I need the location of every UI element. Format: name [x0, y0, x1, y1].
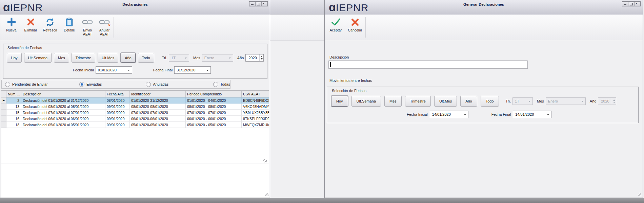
- fecha-row: Fecha Inicial 14/01/2020 Fecha Final 14/…: [327, 111, 638, 118]
- preset-mes-button[interactable]: Mes: [54, 53, 69, 63]
- preset-todo-button[interactable]: Todo: [481, 96, 499, 107]
- preset-ult-semana-button[interactable]: Ult.Semana: [24, 53, 52, 63]
- descripcion-input[interactable]: [328, 61, 528, 69]
- mes-label: Mes: [193, 56, 200, 60]
- spinner-arrows[interactable]: [259, 54, 263, 61]
- link-icon: [82, 16, 93, 28]
- ano-value: 2020: [598, 99, 612, 103]
- spin-down-icon: [261, 58, 263, 60]
- preset-trimestre-button[interactable]: Trimestre: [405, 96, 431, 107]
- spin-up-icon: [613, 99, 615, 101]
- preset-trimestre-button[interactable]: Trimestre: [72, 53, 95, 63]
- preset-todo-button[interactable]: Todo: [138, 53, 154, 63]
- ano-spinner[interactable]: 2020: [598, 97, 616, 105]
- nueva-button[interactable]: Nueva: [2, 15, 21, 40]
- bottom-edge: [0, 198, 644, 203]
- resize-grip[interactable]: [638, 193, 641, 196]
- spinner-arrows[interactable]: [612, 98, 616, 105]
- table-row[interactable]: ▶ 2 Declaración del 01/01/2020 al 31/12/…: [1, 97, 269, 104]
- preset-hoy-button[interactable]: Hoy: [7, 53, 22, 63]
- background-strip: [270, 0, 324, 198]
- radio-icon: [5, 82, 10, 87]
- toolbar-separator: [365, 17, 366, 38]
- window-generar-declaraciones: ɑIEPNR Generar Declaraciones × Aceptar C…: [324, 0, 643, 198]
- preset-ano-button[interactable]: Año: [460, 96, 477, 107]
- anular-aeat-button[interactable]: × Anular AEAT: [96, 15, 113, 40]
- mes-value: Enero: [548, 99, 558, 103]
- chevron-down-icon: [464, 114, 466, 115]
- window-controls: ×: [249, 1, 268, 6]
- descripcion-label: Descripción: [329, 55, 349, 59]
- col-descripcion[interactable]: Descripción: [21, 91, 105, 97]
- minimize-icon: [624, 4, 626, 5]
- fecha-final-select[interactable]: 14/01/2020: [513, 111, 551, 118]
- chevron-down-icon: [185, 58, 187, 59]
- fecha-final-select[interactable]: 31/12/2020: [174, 66, 211, 74]
- eliminar-label: Eliminar: [24, 28, 37, 32]
- envio-aeat-label: Envio AEAT: [79, 28, 96, 36]
- trimestre-select[interactable]: 1T: [169, 54, 189, 62]
- minimize-button[interactable]: [622, 2, 628, 6]
- window-title: Declaraciones: [0, 2, 270, 6]
- detalle-button[interactable]: Detalle: [60, 15, 79, 40]
- chevron-down-icon: [206, 70, 208, 71]
- fecha-final-label: Fecha Final: [153, 68, 173, 72]
- maximize-icon: [257, 3, 260, 5]
- fecha-final-value: 31/12/2020: [177, 68, 195, 72]
- table-row[interactable]: 16 Declaración del 06/01/2020 al 06/01/2…: [1, 116, 269, 122]
- chevron-down-icon: [128, 70, 130, 71]
- link-broken-icon: ×: [99, 16, 110, 28]
- preset-ano-button[interactable]: Año: [121, 53, 136, 63]
- maximize-button[interactable]: [255, 2, 261, 6]
- preset-mes-button[interactable]: Mes: [384, 96, 402, 107]
- resize-grip[interactable]: [265, 193, 268, 196]
- refresca-button[interactable]: Refresca: [40, 15, 60, 40]
- anular-aeat-label: Anular AEAT: [96, 28, 113, 36]
- preset-ult-mes-button[interactable]: Ult.Mes: [434, 96, 457, 107]
- filter-enviadas[interactable]: Enviadas: [79, 82, 146, 87]
- envio-aeat-button[interactable]: Envio AEAT: [79, 15, 96, 40]
- panel-divider: [1, 163, 269, 163]
- date-preset-row: Hoy Ult.Semana Mes Trimestre Ult.Mes Año…: [7, 53, 265, 63]
- filter-anuladas[interactable]: Anuladas: [146, 82, 213, 87]
- cancelar-button[interactable]: Cancelar: [345, 15, 365, 40]
- toolbar: Aceptar Cancelar: [325, 15, 643, 40]
- fecha-inicial-select[interactable]: 01/01/2020: [96, 66, 132, 74]
- col-csv-aeat[interactable]: CSV AEAT: [242, 91, 269, 97]
- delete-x-icon: [27, 16, 35, 28]
- fecha-inicial-value: 14/01/2020: [432, 112, 451, 116]
- mes-value: Enero: [204, 56, 214, 60]
- table-row[interactable]: 18 Declaración del 05/01/2020 al 05/01/2…: [1, 122, 269, 128]
- cancel-x-icon: [351, 16, 359, 28]
- eliminar-button[interactable]: Eliminar: [21, 15, 40, 40]
- filter-pendientes[interactable]: Pendientes de Enviar: [5, 82, 79, 87]
- mes-select[interactable]: Enero: [202, 54, 233, 62]
- mes-select[interactable]: Enero: [546, 97, 586, 105]
- toolbar-separator: [114, 17, 114, 38]
- cancelar-label: Cancelar: [348, 28, 362, 32]
- ano-spinner[interactable]: 2020: [245, 54, 264, 62]
- trimestre-select[interactable]: 1T: [512, 97, 533, 105]
- screen: ɑIEPNR Declaraciones × Nueva Eliminar: [0, 0, 644, 203]
- content-area: Descripción Movimientos entre fechas Sel…: [325, 40, 643, 198]
- resize-grip[interactable]: [263, 159, 267, 162]
- preset-hoy-button[interactable]: Hoy: [331, 96, 348, 107]
- group-label: Selección de Fechas: [332, 89, 366, 93]
- seleccion-de-fechas-group: Selección de Fechas Hoy Ult.Semana Mes T…: [327, 87, 639, 123]
- close-button[interactable]: ×: [634, 2, 640, 6]
- preset-ult-semana-button[interactable]: Ult.Semana: [351, 96, 381, 107]
- preset-ult-mes-button[interactable]: Ult.Mes: [98, 53, 118, 63]
- table-row[interactable]: 13 Declaración del 08/01/2020 al 08/01/2…: [1, 104, 269, 110]
- fecha-inicial-select[interactable]: 14/01/2020: [430, 111, 468, 118]
- table-row[interactable]: 15 Declaración del 07/01/2020 al 07/01/2…: [1, 110, 269, 116]
- aceptar-button[interactable]: Aceptar: [326, 15, 345, 40]
- trimestre-value: 1T: [171, 56, 176, 60]
- close-button[interactable]: ×: [261, 2, 267, 6]
- maximize-button[interactable]: [628, 2, 634, 6]
- col-num[interactable]: Num. ...: [6, 91, 21, 97]
- minimize-button[interactable]: [249, 2, 255, 6]
- col-fecha-alta[interactable]: Fecha Alta: [105, 91, 130, 97]
- col-periodo[interactable]: Periodo Comprendido: [186, 91, 242, 97]
- filter-todas[interactable]: Todas: [213, 82, 230, 87]
- col-identificador[interactable]: Identificador: [130, 91, 186, 97]
